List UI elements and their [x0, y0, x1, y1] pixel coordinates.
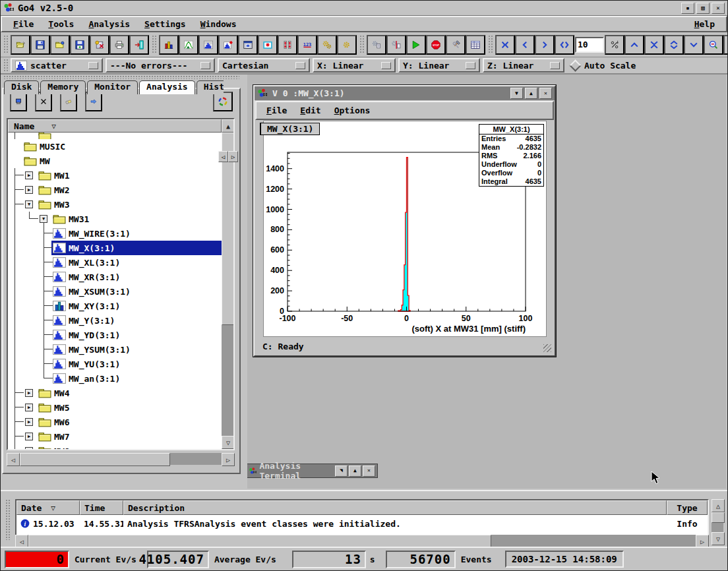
zoom-in-button[interactable] [723, 35, 728, 55]
tree-item-mw_xr(3:1)[interactable]: MW_XR(3:1) [8, 270, 222, 284]
vertical-splitter[interactable] [241, 75, 247, 490]
log-row[interactable]: i15.12.0314.55.31Analysis TFRSAnalysis e… [16, 515, 708, 532]
toolbar-handle[interactable] [359, 35, 364, 55]
expander-collapsed-icon[interactable]: ▶ [25, 171, 33, 179]
minimize-button[interactable]: ▪ [681, 3, 694, 14]
move-down-button[interactable] [684, 35, 704, 55]
shrink-y-button[interactable] [644, 35, 664, 55]
percent-scale-button[interactable] [605, 35, 624, 55]
tree-item-mw8[interactable]: ▶MW8 [8, 444, 222, 449]
tab-memory[interactable]: Memory [40, 80, 86, 94]
expander-collapsed-icon[interactable]: ▶ [25, 433, 33, 440]
exit-button[interactable] [129, 35, 149, 55]
scrollbar-thumb[interactable] [20, 453, 170, 466]
chart-button[interactable] [159, 35, 179, 55]
expander-collapsed-icon[interactable]: ▶ [25, 186, 33, 194]
tree-item-mw_yu(3:1)[interactable]: MW_YU(3:1) [8, 357, 222, 371]
delete-button[interactable] [35, 92, 52, 111]
scrollbar-thumb[interactable] [28, 535, 491, 548]
root-canvas[interactable]: MW_X(3:1) -100-5005010002004006008001000… [263, 121, 547, 337]
draw-style-combo[interactable]: scatter [11, 58, 103, 73]
scroll-up-icon[interactable]: ▲ [222, 119, 235, 133]
open-remote-file-button[interactable] [50, 35, 70, 55]
tree-item-mw_xsum(3:1)[interactable]: MW_XSUM(3:1) [8, 284, 222, 299]
tree-item-mw_xl(3:1)[interactable]: MW_XL(3:1) [8, 255, 222, 270]
viewer-menu-options[interactable]: Options [328, 105, 377, 116]
launch-analysis-button[interactable] [367, 35, 386, 55]
resize-grip[interactable] [543, 344, 551, 352]
toolbar-handle[interactable] [488, 35, 493, 55]
terminal-restore-button[interactable]: ◥ [335, 466, 348, 477]
tree-item-mw_x(3:1)[interactable]: MW_X(3:1) [8, 241, 222, 255]
tree-item-mw3[interactable]: ▼MW3 [8, 197, 222, 212]
menu-analysis[interactable]: Analysis [81, 18, 137, 30]
expander-expanded-icon[interactable]: ▼ [25, 200, 33, 208]
pad-tab[interactable]: MW_X(3:1) [260, 123, 320, 135]
log-column-type[interactable]: Type [667, 500, 708, 515]
expander-collapsed-icon[interactable]: ▶ [25, 389, 33, 397]
toolbar-handle[interactable] [152, 35, 156, 55]
menu-help[interactable]: Help [687, 18, 722, 30]
expander-collapsed-icon[interactable]: ▶ [25, 447, 33, 449]
gears-button[interactable] [317, 35, 337, 55]
save-file-as-button[interactable] [70, 35, 90, 55]
menu-windows[interactable]: Windows [193, 18, 244, 30]
scroll-down-icon[interactable]: ▽ [712, 532, 725, 545]
tab-scroll-left-icon[interactable]: ◁ [218, 151, 228, 162]
save-file-button[interactable] [30, 35, 50, 55]
open-file-button[interactable] [11, 35, 30, 55]
viewer-minimize-button[interactable]: ▼ [510, 88, 523, 99]
tree-item-music[interactable]: MUSIC [8, 139, 222, 154]
tree-item-mw_y(3:1)[interactable]: MW_Y(3:1) [8, 313, 222, 328]
expander-collapsed-icon[interactable]: ▶ [25, 404, 33, 411]
analysis-terminal-window[interactable]: Analysis Terminal ◥▲✕ [247, 464, 378, 478]
scrollbar-thumb[interactable] [712, 512, 725, 523]
expand-x-button[interactable] [555, 35, 574, 55]
expander-collapsed-icon[interactable]: ▶ [25, 418, 33, 426]
log-column-date[interactable]: Date▽ [16, 500, 80, 515]
close-button[interactable]: ✕ [712, 3, 725, 14]
tab-disk[interactable]: Disk [4, 80, 39, 94]
menu-settings[interactable]: Settings [137, 18, 193, 30]
shrink-x-button[interactable] [495, 35, 515, 55]
dock-drag-handle[interactable] [5, 499, 10, 540]
viewer-menu-file[interactable]: File [260, 105, 293, 116]
viewer-close-button[interactable]: ✕ [539, 88, 552, 99]
disconnect-analysis-button[interactable] [386, 35, 406, 55]
tree-item-mw2[interactable]: ▶MW2 [8, 183, 222, 197]
tree-item-mw1[interactable]: ▶MW1 [8, 168, 222, 183]
tree-item-mw7[interactable]: ▶MW7 [8, 429, 222, 444]
tree-horizontal-scrollbar[interactable]: ◁ ▷ [7, 453, 235, 465]
start-analysis-button[interactable] [406, 35, 426, 55]
maximize-button[interactable]: ▨ [696, 3, 710, 14]
tree-item-mw_an(3:1)[interactable]: MW_an(3:1) [8, 371, 222, 386]
tree-item[interactable] [8, 133, 222, 139]
viewer-menu-edit[interactable]: Edit [294, 105, 326, 116]
statistics-box[interactable]: MW_X(3:1) Entries4635Mean-0.2832RMS2.166… [479, 124, 544, 187]
tree-item-mw[interactable]: MW [8, 154, 222, 168]
stop-analysis-button[interactable]: STOP [426, 35, 446, 55]
terminal-close-button[interactable]: ✕ [363, 466, 375, 477]
y-scale-combo[interactable]: Y: Linear [398, 58, 480, 73]
window-properties-button[interactable] [238, 35, 258, 55]
fit-panel-button[interactable] [179, 35, 198, 55]
viewer-maximize-button[interactable]: ▲ [525, 88, 537, 99]
view-panel-titlebar[interactable]: V 0 :MW_X(3:1) ▼▲✕ [255, 86, 555, 100]
z-scale-combo[interactable]: Z: Linear [483, 58, 564, 73]
view-histogram-button[interactable] [198, 35, 218, 55]
tab-analysis[interactable]: Analysis [139, 80, 195, 94]
scroll-left-icon[interactable]: ◁ [15, 535, 28, 548]
zoom-out-button[interactable] [704, 35, 723, 55]
analysis-tools-button[interactable] [446, 35, 466, 55]
scroll-right-icon[interactable]: ▷ [222, 453, 235, 466]
create-histogram-button[interactable] [218, 35, 238, 55]
menu-tools[interactable]: Tools [41, 18, 81, 30]
dynamic-list-button[interactable] [278, 35, 297, 55]
move-right-button[interactable] [535, 35, 555, 55]
move-up-button[interactable] [624, 35, 644, 55]
tree-vertical-scrollbar[interactable]: ▲ ▽ [222, 119, 233, 449]
log-column-time[interactable]: Time [80, 500, 123, 515]
tree-item-mw5[interactable]: ▶MW5 [8, 400, 222, 415]
expander-expanded-icon[interactable]: ▼ [40, 215, 47, 223]
tree-item-mw_ysum(3:1)[interactable]: MW_YSUM(3:1) [8, 342, 222, 357]
